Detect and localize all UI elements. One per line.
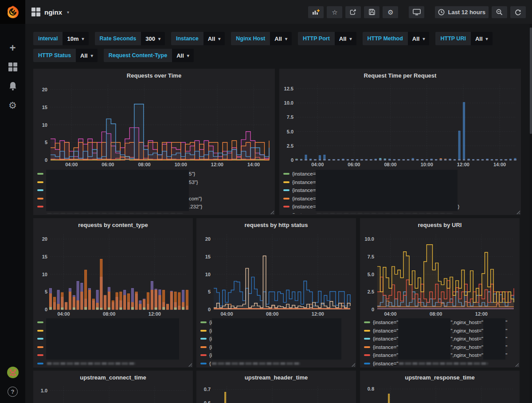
time-range-label: Last 12 hours: [448, 9, 485, 16]
panel-requests-over-time: Requests over Time 0510152004:0006:0008:…: [33, 69, 275, 215]
save-dashboard-button[interactable]: [364, 6, 379, 18]
chart-requests-over-time[interactable]: 0510152004:0006:0008:0010:0012:0014:00: [35, 81, 273, 168]
dashboards-icon[interactable]: [6, 61, 20, 73]
legend-item[interactable]: {i: [200, 351, 353, 360]
legend-item[interactable]: com"}: [37, 195, 272, 203]
chart-requests-by-http-status[interactable]: 0510152004:0008:0012:00: [199, 231, 354, 317]
star-dashboard-button[interactable]: ☆: [327, 6, 342, 18]
legend-item[interactable]: {instance="",nginx_host="": [364, 327, 517, 335]
svg-text:04:00: 04:00: [57, 311, 70, 317]
legend-item[interactable]: [37, 186, 272, 195]
filter-value-dropdown[interactable]: All▾: [76, 49, 98, 62]
legend-item[interactable]: [37, 335, 190, 343]
legend-item[interactable]: [37, 343, 190, 352]
filter-value-dropdown[interactable]: All▾: [203, 32, 225, 45]
chart-requests-by-uri[interactable]: 02.55.07.510.004:0008:0012:00: [362, 231, 517, 317]
legend-item[interactable]: {instance="",nginx_host="": [364, 343, 517, 352]
filter-value-dropdown[interactable]: All▾: [408, 32, 430, 45]
legend-item[interactable]: 53"}: [37, 178, 272, 187]
panel-title[interactable]: requests by content_type: [33, 218, 193, 231]
page-scrollbar-track[interactable]: [530, 24, 532, 403]
legend-item[interactable]: {instance=: [283, 178, 518, 187]
filter-http-method: HTTP MethodAll▾: [363, 32, 430, 45]
page-scrollbar-thumb[interactable]: [530, 27, 532, 134]
filter-value-dropdown[interactable]: All▾: [471, 32, 493, 45]
legend-item[interactable]: {instance=: [283, 211, 518, 214]
legend-redaction-box: [316, 203, 458, 211]
panel-title[interactable]: Request Time per Request: [279, 69, 521, 81]
legend-item[interactable]: {instance=: [283, 186, 518, 195]
panel-title[interactable]: upstream_response_time: [360, 371, 520, 383]
grafana-logo[interactable]: [0, 0, 25, 24]
legend-item[interactable]: [37, 211, 272, 214]
legend-item[interactable]: {instance=": [364, 360, 517, 367]
help-icon[interactable]: ?: [6, 385, 20, 398]
star-icon: ☆: [332, 9, 337, 16]
panel-title[interactable]: Requests over Time: [33, 69, 275, 81]
chart-request-time-per-request[interactable]: 02.55.07.510.012.504:0006:0008:0010:0012…: [282, 81, 519, 168]
filter-value-dropdown[interactable]: All▾: [335, 32, 356, 45]
panel-title[interactable]: requests by http status: [196, 218, 356, 231]
legend-item[interactable]: {i: [200, 327, 353, 335]
legend-redaction-box: [483, 343, 505, 352]
filter-label: HTTP URI: [435, 32, 470, 45]
legend-item[interactable]: .232"}: [37, 203, 272, 211]
legend-item[interactable]: [37, 360, 190, 367]
chart-upstream-response-time[interactable]: 0.804:0008:0012:00: [362, 383, 517, 403]
chart-upstream-header-time[interactable]: 0.70.604:0008:0012:00: [199, 383, 354, 403]
legend-text-fragment: {instance=: [292, 180, 316, 185]
user-avatar[interactable]: [6, 366, 20, 379]
panel-title[interactable]: requests by URI: [360, 218, 520, 231]
gear-icon: ⚙: [387, 9, 393, 16]
legend-item[interactable]: 5"}: [37, 170, 272, 178]
alerting-bell-icon[interactable]: [6, 80, 20, 92]
legend-item[interactable]: {i: [200, 343, 353, 352]
filter-value-dropdown[interactable]: All▾: [270, 32, 292, 45]
add-panel-button[interactable]: [308, 6, 324, 18]
tv-cycle-button[interactable]: [409, 6, 424, 18]
legend-item[interactable]: [37, 327, 190, 335]
panel-title[interactable]: upstream_connect_time: [33, 371, 193, 383]
legend-text-fragment: {instance=": [373, 320, 398, 325]
legend-item[interactable]: {instance="",nginx_host="": [364, 351, 517, 360]
create-plus-icon[interactable]: +: [6, 42, 20, 54]
legend-item[interactable]: [37, 318, 190, 327]
legend-item[interactable]: {: [200, 360, 353, 367]
refresh-button[interactable]: [510, 6, 526, 18]
legend-item[interactable]: {instance=: [283, 195, 518, 203]
dashboard-settings-button[interactable]: ⚙: [383, 6, 398, 18]
legend-item[interactable]: {instance=: [283, 170, 518, 178]
legend-item[interactable]: {instance="",nginx_host="": [364, 335, 517, 343]
filter-value-dropdown[interactable]: 10m▾: [63, 32, 88, 45]
svg-text:04:00: 04:00: [311, 162, 324, 167]
svg-text:04:00: 04:00: [384, 311, 396, 317]
svg-text:08:00: 08:00: [430, 311, 442, 317]
legend-item[interactable]: {instance=}: [283, 203, 518, 211]
svg-text:0.7: 0.7: [204, 387, 211, 392]
legend-series-marker: [37, 189, 43, 191]
share-dashboard-button[interactable]: [345, 6, 361, 18]
panel-title[interactable]: upstream_header_time: [196, 371, 356, 383]
legend-item[interactable]: {i: [200, 335, 353, 343]
legend-series-marker: [364, 321, 370, 323]
filter-value: 10m: [67, 35, 78, 42]
legend-series-marker: [37, 346, 43, 348]
configuration-gear-icon[interactable]: ⚙: [6, 99, 20, 111]
legend-text-fragment: 53"}: [189, 180, 198, 185]
filter-label: HTTP Status: [33, 49, 76, 62]
dashboard-breadcrumb[interactable]: nginx ▾: [31, 8, 69, 16]
legend-item[interactable]: {instance="",nginx_host="": [364, 318, 517, 327]
svg-text:15: 15: [42, 254, 47, 259]
legend-series-marker: [200, 338, 207, 340]
filter-value: 300: [145, 35, 155, 42]
legend-item[interactable]: {i: [200, 318, 353, 327]
filter-value-dropdown[interactable]: 300▾: [141, 32, 165, 45]
chart-upstream-connect-time[interactable]: 1.004:0008:0012:00: [35, 383, 191, 403]
filter-request-content-type: Request Content-TypeAll▾: [104, 49, 194, 62]
time-range-picker[interactable]: Last 12 hours: [435, 6, 489, 18]
svg-text:10.0: 10.0: [365, 236, 374, 242]
chart-requests-by-content-type[interactable]: 0510152004:0008:0012:00: [35, 231, 191, 317]
filter-value-dropdown[interactable]: All▾: [172, 49, 194, 62]
legend-item[interactable]: [37, 351, 190, 360]
zoom-out-time-button[interactable]: [492, 6, 507, 18]
